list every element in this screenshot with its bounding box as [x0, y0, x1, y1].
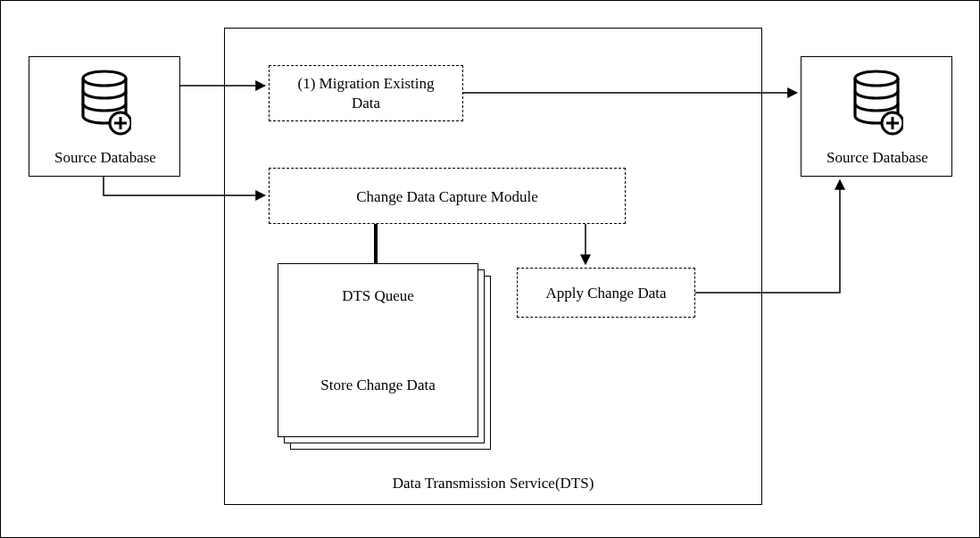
diagram-canvas: Source Database Data Transmission Servic… [0, 0, 980, 538]
arrow-source-to-cdc [104, 177, 265, 195]
arrows-overlay [1, 1, 980, 538]
arrow-apply-to-target [695, 180, 840, 293]
